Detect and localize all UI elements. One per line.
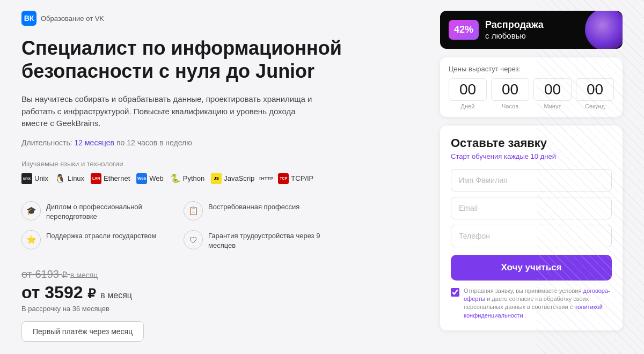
tech-unix: unix Unix (21, 173, 48, 184)
countdown-hours: 00 Часов (491, 78, 529, 109)
page-title: Специалист по информационной безопасност… (21, 36, 354, 83)
duration-row: Длительность: 12 месяцев по 12 часов в н… (21, 138, 419, 147)
feature-diploma-text: Диплом о профессиональной переподготовке (46, 201, 171, 222)
countdown-days-value: 00 (449, 78, 487, 101)
tech-list: unix Unix 🐧 Linux LAN Ethernet Web Web 🐍… (21, 173, 419, 184)
tech-python: 🐍 Python (170, 173, 204, 184)
guarantee-icon: 🛡 (184, 230, 203, 249)
feature-state-text: Поддержка отрасли государством (46, 230, 156, 241)
countdown-seconds-value: 00 (576, 78, 614, 101)
feature-guarantee-text: Гарантия трудоустройства через 9 месяцев (208, 230, 333, 250)
submit-button[interactable]: Хочу учиться (451, 255, 612, 281)
first-payment-button[interactable]: Первый платёж через месяц (21, 321, 144, 342)
python-label: Python (183, 174, 204, 182)
ethernet-label: Ethernet (104, 174, 130, 182)
ethernet-icon: LAN (91, 173, 101, 184)
sale-banner: 42% Распродажа с любовью (440, 11, 623, 49)
unix-icon: unix (21, 173, 32, 184)
name-input[interactable] (451, 169, 612, 191)
countdown-days: 00 Дней (449, 78, 487, 109)
sale-badge: 42% (449, 20, 479, 40)
tcpip-icon: TCP (278, 173, 289, 184)
countdown-seconds: 00 Секунд (576, 78, 614, 109)
countdown-box: Цены вырастут через: 00 Дней 00 Часов 00… (440, 57, 623, 117)
feature-profession-text: Востребованная профессия (208, 201, 299, 212)
tech-linux: 🐧 Linux (55, 173, 84, 184)
email-input[interactable] (451, 197, 612, 219)
tech-javascript: JS JavaScrip (211, 173, 254, 184)
new-price: от 3592 ₽ в месяц (21, 283, 419, 303)
countdown-minutes-label: Минут (533, 103, 572, 109)
javascript-label: JavaScrip (224, 174, 254, 182)
sale-text-block: Распродажа с любовью (485, 19, 544, 40)
countdown-label: Цены вырастут через: (449, 65, 614, 73)
feature-guarantee: 🛡 Гарантия трудоустройства через 9 месяц… (184, 230, 333, 250)
form-start-info: Старт обучения каждые 10 дней (451, 152, 612, 160)
profession-icon: 📋 (184, 201, 203, 220)
javascript-icon: JS (211, 173, 222, 184)
logo-bar: ВК Образование от VK (21, 11, 419, 26)
tech-ethernet: LAN Ethernet (91, 173, 130, 184)
consent-text: Отправляя заявку, вы принимаете условия … (464, 287, 612, 320)
countdown-hours-value: 00 (491, 78, 529, 101)
countdown-numbers: 00 Дней 00 Часов 00 Минут 00 Секунд (449, 78, 614, 109)
diploma-icon: 🎓 (21, 201, 41, 220)
hero-description: Вы научитесь собирать и обрабатывать дан… (21, 93, 322, 130)
duration-value: 12 месяцев (75, 138, 115, 147)
logo-label: Образование от VK (41, 14, 104, 23)
countdown-minutes: 00 Минут (533, 78, 572, 109)
consent-row: Отправляя заявку, вы принимаете условия … (451, 287, 612, 320)
feature-diploma: 🎓 Диплом о профессиональной переподготов… (21, 201, 171, 222)
linux-label: Linux (68, 174, 84, 182)
vk-logo-icon: ВК (21, 11, 36, 26)
countdown-days-label: Дней (449, 103, 487, 109)
state-icon: ⭐ (21, 230, 41, 249)
unix-label: Unix (34, 174, 48, 182)
feature-state: ⭐ Поддержка отрасли государством (21, 230, 171, 250)
countdown-hours-label: Часов (491, 103, 529, 109)
phone-input[interactable] (451, 225, 612, 247)
sale-title: Распродажа (485, 19, 544, 31)
linux-icon: 🐧 (55, 173, 65, 184)
features-grid: 🎓 Диплом о профессиональной переподготов… (21, 201, 333, 251)
http-icon: tHTTP (261, 173, 272, 184)
tech-http: tHTTP (261, 173, 272, 184)
form-title: Оставьте заявку (451, 136, 612, 150)
left-column: ВК Образование от VK Специалист по инфор… (21, 11, 419, 350)
consent-checkbox[interactable] (451, 288, 459, 297)
old-price: от 6193 ₽ в месяц (21, 268, 419, 281)
sale-subtitle: с любовью (485, 31, 544, 40)
duration-label: Длительность: (21, 138, 72, 147)
countdown-seconds-label: Секунд (576, 103, 614, 109)
tech-web: Web Web (136, 173, 164, 184)
feature-profession: 📋 Востребованная профессия (184, 201, 333, 222)
pricing-section: от 6193 ₽ в месяц от 3592 ₽ в месяц В ра… (21, 268, 419, 342)
right-column: 42% Распродажа с любовью Цены вырастут ч… (440, 11, 623, 350)
sale-orb-decoration (585, 11, 623, 49)
python-icon: 🐍 (170, 173, 181, 184)
web-icon: Web (136, 173, 147, 184)
registration-form: Оставьте заявку Старт обучения каждые 10… (440, 126, 623, 331)
tcpip-label: TCP/IP (291, 174, 313, 182)
countdown-minutes-value: 00 (533, 78, 572, 101)
duration-extra: по 12 часов в неделю (116, 138, 192, 147)
web-label: Web (149, 174, 164, 182)
tech-tcpip: TCP TCP/IP (278, 173, 313, 184)
tech-section-label: Изучаемые языки и технологии (21, 160, 419, 168)
installment-text: В рассрочку на 36 месяцев (21, 305, 419, 313)
